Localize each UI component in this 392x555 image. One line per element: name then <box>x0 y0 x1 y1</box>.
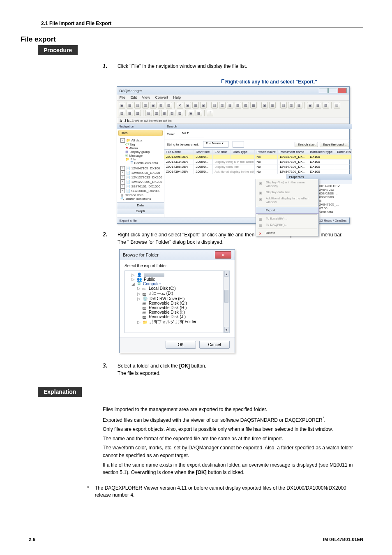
tool-icon[interactable]: ▣ <box>119 102 125 109</box>
minimize-button[interactable] <box>319 88 328 93</box>
search-string-select[interactable]: File Name ▾ <box>203 141 228 148</box>
tool-icon[interactable]: ▥ <box>142 102 149 109</box>
scroll-down-icon[interactable]: ▼ <box>224 327 228 333</box>
search-string-label: String to be searched: <box>167 143 199 146</box>
browse-title: Browse for Folder <box>123 252 159 257</box>
tool-icon[interactable]: ▧ <box>158 102 164 109</box>
tool-icon[interactable]: ▣ <box>261 102 268 109</box>
step3-num: 3. <box>103 362 109 377</box>
tool-icon[interactable]: ▧ <box>235 102 241 109</box>
titlebar: DAQManager <box>117 87 349 95</box>
tool-icon[interactable]: ▦ <box>161 110 168 116</box>
tool-icon[interactable]: ▦ <box>196 110 202 116</box>
context-menu[interactable]: ▣Display (the) a in the same window) ▣Di… <box>256 179 319 236</box>
table-row[interactable]: Z0014394.DEV2008/0... Additional display… <box>164 169 352 174</box>
step2-body: Right-click any file and select "Export"… <box>118 231 363 246</box>
menubar[interactable]: File Edit View Convert Help <box>117 95 349 100</box>
nav-bottom-graph[interactable]: Graph <box>117 208 164 214</box>
menu-item[interactable]: ▦To DAQFile()... <box>256 222 318 228</box>
tool-icon[interactable]: ▣ <box>188 110 194 116</box>
search-time-select[interactable]: No ▾ <box>179 131 204 137</box>
tool-icon[interactable]: ▨ <box>242 102 249 109</box>
tool-icon[interactable]: ▨ <box>177 110 183 116</box>
tool-icon[interactable]: ▦ <box>269 102 276 109</box>
menu-help[interactable]: Help <box>173 95 181 99</box>
search-start-button[interactable]: Search start <box>295 142 318 147</box>
menu-item-export[interactable]: Export... <box>256 207 319 214</box>
nav-tab-data[interactable]: Data <box>118 130 163 136</box>
tool-icon[interactable]: ▤ <box>145 110 152 116</box>
tool-icon[interactable]: ▤ <box>280 102 287 109</box>
ok-button[interactable]: OK <box>166 341 196 349</box>
callout-export: Right-click any file and select "Export.… <box>225 79 317 85</box>
tool-icon[interactable]: ▣ <box>307 102 314 109</box>
explanation-body: Files imported to the management area ar… <box>103 406 363 476</box>
menu-item[interactable]: ▣Display (the) a in the same window) <box>256 179 318 189</box>
search-text-input[interactable] <box>233 141 244 148</box>
close-icon[interactable]: ✕ <box>215 251 231 259</box>
tool-icon[interactable]: ▧ <box>323 102 329 109</box>
maximize-button[interactable] <box>328 88 337 93</box>
step2-num: 2. <box>103 231 109 246</box>
app-title: DAQManager <box>120 89 142 93</box>
tool-icon[interactable]: ▩ <box>250 102 257 109</box>
scroll-up-icon[interactable]: ▲ <box>224 271 228 277</box>
tool-icon[interactable]: ▦ <box>315 102 321 109</box>
status-left: Export a file <box>120 219 137 222</box>
scroll-thumb[interactable] <box>224 290 228 303</box>
search-save-button[interactable]: Save the cond... <box>320 142 349 147</box>
tool-icon[interactable]: ▣ <box>150 102 157 109</box>
daqmanager-window: DAQManager File Edit View Convert Help ▣… <box>117 86 350 224</box>
footnote: * The DAQEXPLORER Viewer version 4.11 or… <box>87 485 363 499</box>
browse-dialog: Browse for Folder ✕ Select the export fo… <box>119 249 235 353</box>
table-row[interactable]: Z0014319.DEV2008/0... Display (the) a in… <box>164 160 352 164</box>
tool-icon[interactable]: ▥ <box>153 110 160 116</box>
page-title: File export <box>21 35 363 44</box>
tool-icon[interactable]: ▨ <box>166 102 172 109</box>
delete-icon[interactable]: ✕ <box>177 102 183 109</box>
menu-edit[interactable]: Edit <box>131 95 137 99</box>
folder-tree[interactable]: ▷👤 ▷👥Public ◢🖥Computer ▷🖴Local Disk (C:)… <box>125 271 230 333</box>
menu-convert[interactable]: Convert <box>155 95 168 99</box>
nav-tree[interactable]: -📁All data 🏷Tag ⚑Alarm ▦Display group ✉M… <box>117 137 164 166</box>
nav-bottom-data[interactable]: Data <box>117 202 164 208</box>
step1-num: 1. <box>103 62 109 70</box>
sub-toolbar: ℹ₁ ₘℹ ℹ₂ ₘℹ w/t lm w/t lm w/t lm w/t lm <box>117 118 349 124</box>
scrollbar[interactable]: ▲ ▼ <box>223 271 229 333</box>
section-header: 2.1 File Import and File Export <box>41 21 363 26</box>
help-icon[interactable]: ❔ <box>207 110 213 116</box>
table-row[interactable]: Z0014296.DEV2008/0... No 12V847105_DX...… <box>164 155 352 160</box>
menu-item[interactable]: ▣Additional display in the other window <box>256 195 318 205</box>
file-table[interactable]: File Name Start time End time Data Type … <box>164 150 352 174</box>
step1-body: Click "File" in the navigation window an… <box>118 62 363 70</box>
doc-id: IM 04L47B01-01EN <box>323 537 363 542</box>
page-number: 2-6 <box>29 537 35 542</box>
tool-icon[interactable]: ▧ <box>134 110 141 116</box>
tool-icon[interactable]: ▧ <box>169 110 175 116</box>
tool-icon[interactable]: ▥ <box>119 110 125 116</box>
tool-icon[interactable]: ▤ <box>134 102 141 109</box>
tool-icon[interactable]: ▥ <box>219 102 226 109</box>
browse-prompt: Select the export folder. <box>125 264 230 268</box>
tool-icon[interactable]: ▣ <box>200 102 207 109</box>
tool-icon[interactable]: ▦ <box>296 102 302 109</box>
procedure-tag: Procedure <box>38 45 78 55</box>
menu-view[interactable]: View <box>142 95 150 99</box>
close-button[interactable] <box>338 88 347 93</box>
tool-icon[interactable]: ▦ <box>192 102 199 109</box>
menu-item[interactable]: ▦To Excel(file)... <box>256 215 318 222</box>
tool-icon[interactable]: ▦ <box>227 102 233 109</box>
tool-icon[interactable]: ▦ <box>127 110 133 116</box>
tool-icon[interactable]: ▤ <box>211 102 218 109</box>
tool-icon[interactable]: ▥ <box>288 102 295 109</box>
menu-file[interactable]: File <box>120 95 126 99</box>
toolbar: ▣ ▦ ▤ ▥ ▣ ▧ ▨ ✕ ▣ ▦ ▣ ▤ ▥ ▦ ▧ ▨ ▩ ▣ <box>117 100 349 118</box>
table-row[interactable]: Z0014368.DEV2008/0... Display data line … <box>164 164 352 169</box>
menu-item[interactable]: ▣Display data line <box>256 189 318 195</box>
menu-item-delete[interactable]: ✕Delete <box>256 230 318 236</box>
tool-icon[interactable]: ▤ <box>334 102 340 109</box>
explanation-tag: Explanation <box>38 387 82 397</box>
tool-icon[interactable]: ▣ <box>184 102 191 109</box>
tool-icon[interactable]: ▦ <box>127 102 133 109</box>
cancel-button[interactable]: Cancel <box>199 341 230 349</box>
